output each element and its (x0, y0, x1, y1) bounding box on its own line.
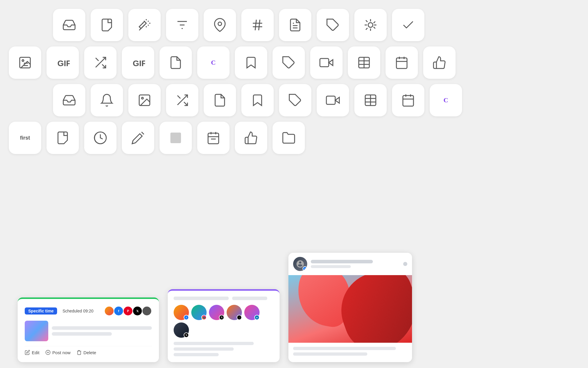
queue-badge-x2: 𝕏 (184, 332, 189, 338)
location-pin-icon-btn[interactable] (204, 9, 236, 41)
avatar-fb: f (114, 306, 124, 316)
calendar6-icon-btn[interactable] (197, 122, 230, 154)
price-tag-icon-btn[interactable] (317, 9, 349, 41)
svg-point-3 (218, 22, 222, 26)
document4-icon-btn[interactable] (204, 84, 236, 116)
svg-line-19 (96, 58, 99, 61)
tag4-icon-btn[interactable] (279, 84, 311, 116)
post-footer-line-2 (293, 352, 367, 356)
image-grid-icon-btn[interactable] (348, 46, 380, 79)
pencil-icon-btn[interactable] (122, 122, 154, 154)
svg-point-33 (142, 97, 143, 99)
svg-rect-44 (403, 96, 413, 106)
scheduled-post-card: Specific time Scheduled 09:20 f P 𝕏 Edit (18, 297, 159, 362)
video-icon-btn[interactable] (310, 46, 343, 79)
video3-icon-btn[interactable] (317, 84, 349, 116)
delete-button[interactable]: Delete (77, 350, 96, 355)
edit-label: Edit (32, 350, 39, 355)
scheduled-card-top-bar: Specific time Scheduled 09:20 f P 𝕏 (25, 306, 152, 316)
canva-icon-btn[interactable]: C (197, 46, 230, 79)
queue-placeholder-1 (174, 297, 229, 300)
svg-marker-22 (329, 60, 333, 66)
post-sub-placeholder (311, 265, 351, 268)
content-placeholder-lines (52, 326, 152, 336)
image-grid3-icon-btn[interactable] (354, 84, 387, 116)
filter-icon-btn[interactable] (166, 9, 198, 41)
folder-icon-btn[interactable] (273, 122, 305, 154)
note3-icon-btn[interactable] (46, 122, 79, 154)
thumbsup2-icon-btn[interactable] (235, 122, 267, 154)
specific-time-tag: Specific time (25, 307, 57, 315)
magic-wand-icon-btn[interactable] (128, 9, 161, 41)
content-thumbnail (25, 321, 48, 341)
svg-text:GIF: GIF (133, 59, 145, 68)
icon-row-4: first (9, 122, 579, 154)
svg-line-35 (184, 102, 187, 106)
gif-icon-btn[interactable]: GIF (46, 46, 79, 79)
queue-avatar-tt: ♪ (227, 305, 242, 320)
clock-icon-btn[interactable] (84, 122, 117, 154)
queue-avatar-li: in (244, 305, 260, 320)
hashtag-icon-btn[interactable] (241, 9, 274, 41)
calendar5-icon-btn[interactable] (392, 84, 424, 116)
canva3-icon-btn[interactable]: C (430, 84, 462, 116)
edit-button[interactable]: Edit (25, 350, 39, 355)
svg-rect-28 (396, 58, 407, 68)
bell-icon-btn[interactable] (91, 84, 123, 116)
canva-logo3: C (444, 96, 448, 104)
gif2-icon-btn[interactable]: GIF (122, 46, 154, 79)
inbox3-icon-btn[interactable] (53, 84, 85, 116)
avatar-twitter: 𝕏 (132, 306, 142, 316)
queue-top-lines (174, 297, 274, 300)
icon-row-1 (9, 9, 579, 41)
shuffle-icon-btn[interactable] (84, 46, 117, 79)
calendar2-icon-btn[interactable] (386, 46, 418, 79)
avatar-1 (104, 306, 114, 316)
bookmark-icon-btn[interactable] (235, 46, 267, 79)
post-footer-line-1 (293, 347, 396, 350)
post-now-icon (45, 350, 51, 355)
document-icon-btn[interactable] (279, 9, 311, 41)
checkmark-icon-btn[interactable] (392, 9, 424, 41)
icon-row-3: C (9, 84, 579, 116)
svg-line-18 (102, 64, 106, 68)
queue-avatar-fb: f (174, 305, 189, 320)
svg-point-11 (368, 23, 373, 27)
placeholder-line-1 (52, 326, 152, 330)
avatar-extra (142, 306, 152, 316)
square-icon-btn[interactable] (160, 122, 192, 154)
first-icon-btn[interactable]: first (9, 122, 41, 154)
document2-icon-btn[interactable] (160, 46, 192, 79)
first-label: first (20, 135, 30, 141)
queue-avatar-ig: 📷 (191, 305, 207, 320)
scheduled-time-label: Scheduled 09:20 (62, 309, 93, 313)
post-header-text (311, 260, 400, 268)
svg-rect-51 (208, 133, 219, 144)
image3-icon-btn[interactable] (128, 84, 161, 116)
svg-text:GIF: GIF (57, 59, 70, 68)
sticky-note-icon-btn[interactable] (91, 9, 123, 41)
image-text-icon-btn[interactable] (9, 46, 41, 79)
post-avatar: f (293, 257, 307, 271)
speedometer-icon-btn[interactable] (354, 9, 387, 41)
inbox-icon-btn[interactable] (53, 9, 85, 41)
queue-badge-fb: f (184, 315, 189, 320)
queue-badge-x: 𝕏 (219, 315, 224, 320)
social-avatar-row: f P 𝕏 (104, 306, 152, 316)
queue-card: f 📷 𝕏 ♪ in (168, 289, 280, 362)
post-options-dot (403, 262, 407, 266)
shuffle3-icon-btn[interactable] (166, 84, 198, 116)
svg-marker-38 (335, 97, 339, 103)
bookmark3-icon-btn[interactable] (241, 84, 274, 116)
queue-badge-li: in (254, 315, 260, 320)
svg-line-6 (255, 20, 256, 30)
queue-line-3 (174, 353, 219, 356)
post-fb-badge: f (303, 266, 307, 271)
icon-row-2: GIF GIF C (9, 46, 579, 79)
tag2-icon-btn[interactable] (273, 46, 305, 79)
post-now-button[interactable]: Post now (45, 350, 71, 355)
queue-social-avatars: f 📷 𝕏 ♪ in (174, 305, 274, 338)
post-image (288, 275, 412, 343)
thumbsup-icon-btn[interactable] (423, 46, 456, 79)
svg-line-49 (142, 132, 144, 134)
